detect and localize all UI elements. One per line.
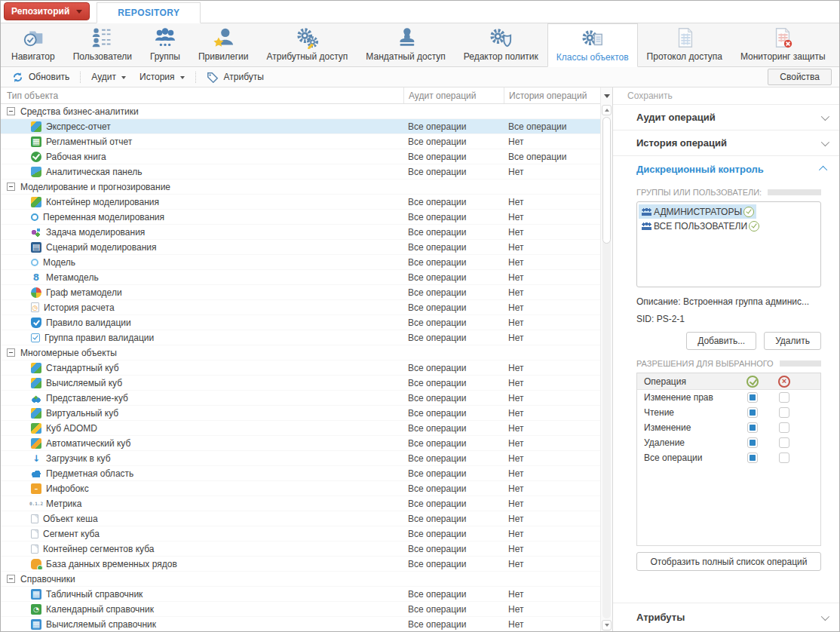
history-cell: Все операции — [504, 121, 600, 132]
scroll-up-button[interactable] — [602, 105, 612, 115]
tree-group-row[interactable]: Средства бизнес-аналитики — [1, 104, 600, 119]
table-row[interactable]: Регламентный отчетВсе операцииНет — [1, 134, 600, 149]
metric-icon — [31, 499, 41, 509]
audit-menu-button[interactable]: Аудит — [84, 69, 133, 84]
allowed-status-icon — [749, 221, 759, 232]
ribbon-item-navigator[interactable]: Навигатор — [2, 23, 64, 66]
table-row[interactable]: Предметная областьВсе операцииНет — [1, 466, 600, 481]
metamodel-icon — [31, 272, 41, 283]
attributes-button[interactable]: Атрибуты — [200, 69, 271, 85]
ribbon-item-privileges[interactable]: Привилегии — [189, 23, 258, 66]
table-row[interactable]: Автоматический кубВсе операцииНет — [1, 436, 600, 451]
triangle-up-icon — [605, 109, 609, 112]
table-row[interactable]: Куб ADOMDВсе операцииНет — [1, 421, 600, 436]
object-type-label: Куб ADOMD — [46, 423, 97, 434]
table-row[interactable]: Объект кешаВсе операцииНет — [1, 511, 600, 526]
section-history-operations[interactable]: История операций — [613, 130, 839, 156]
history-cell: Нет — [504, 137, 600, 147]
table-row[interactable]: Вычисляемый справочникВсе операцииНет — [1, 617, 600, 631]
ribbon-item-security-monitoring[interactable]: Мониторинг защиты — [731, 23, 835, 66]
ribbon-item-access-protocol[interactable]: Протокол доступа — [638, 23, 731, 66]
table-row[interactable]: Задача моделированияВсе операцииНет — [1, 225, 600, 240]
allow-checkbox[interactable] — [747, 453, 758, 463]
ribbon-item-object-classes[interactable]: Классы объектов — [547, 23, 638, 67]
refresh-button[interactable]: Обновить — [5, 69, 76, 85]
table-row[interactable]: Стандартный кубВсе операцииНет — [1, 360, 600, 376]
deny-checkbox[interactable] — [779, 422, 789, 433]
table-row[interactable]: Экспресс-отчетВсе операцииВсе операции — [1, 119, 600, 134]
history-menu-button[interactable]: История — [133, 69, 192, 84]
table-row[interactable]: Граф метамоделиВсе операцииНет — [1, 285, 600, 300]
table-row[interactable]: Табличный справочникВсе операцииНет — [1, 587, 600, 602]
metamodel-graph-icon — [31, 287, 41, 298]
allow-checkbox[interactable] — [747, 407, 758, 418]
allow-checkbox[interactable] — [747, 422, 758, 433]
chevron-down-icon — [121, 76, 126, 79]
section-attributes[interactable]: Атрибуты — [613, 603, 839, 631]
groups-users-label-row: ГРУППЫ ИЛИ ПОЛЬЗОВАТЕЛИ: — [636, 188, 821, 197]
table-row[interactable]: Виртуальный кубВсе операцииНет — [1, 406, 600, 421]
column-header-object-type[interactable]: Тип объекта — [1, 91, 403, 101]
table-row[interactable]: Группа правил валидацииВсе операцииНет — [1, 330, 600, 345]
table-row[interactable]: База данных временных рядовВсе операцииН… — [1, 557, 600, 572]
table-row[interactable]: ИнфобоксВсе операцииНет — [1, 481, 600, 496]
object-type-label: Регламентный отчет — [46, 137, 132, 147]
deny-checkbox[interactable] — [779, 453, 789, 463]
ribbon-item-attribute-access[interactable]: Атрибутный доступ — [258, 23, 357, 66]
ribbon-item-users[interactable]: Пользователи — [64, 23, 141, 66]
table-row[interactable]: История расчетаВсе операцииНет — [1, 300, 600, 315]
group-list-item[interactable]: АДМИНИСТРАТОРЫ — [639, 204, 756, 219]
tree-group-row[interactable]: Моделирование и прогнозирование — [1, 179, 600, 195]
table-row[interactable]: Переменная моделированияВсе операцииНет — [1, 210, 600, 225]
collapse-toggle[interactable] — [7, 183, 15, 191]
table-row[interactable]: МодельВсе операцииНет — [1, 255, 600, 270]
deny-checkbox[interactable] — [779, 437, 789, 448]
history-cell: Нет — [504, 287, 600, 298]
groups-users-listbox[interactable]: АДМИНИСТРАТОРЫВСЕ ПОЛЬЗОВАТЕЛИ — [636, 201, 821, 287]
remove-button[interactable]: Удалить — [764, 332, 821, 350]
group-list-item[interactable]: ВСЕ ПОЛЬЗОВАТЕЛИ — [639, 219, 762, 233]
table-row[interactable]: Рабочая книгаВсе операцииВсе операции — [1, 149, 600, 164]
table-row[interactable]: МетамодельВсе операцииНет — [1, 270, 600, 285]
table-row[interactable]: Контейнер моделированияВсе операцииНет — [1, 195, 600, 210]
collapse-toggle[interactable] — [7, 348, 15, 357]
section-discretionary-control[interactable]: Дискреционный контроль — [613, 156, 839, 182]
table-row[interactable]: Представление-кубВсе операцииНет — [1, 391, 600, 406]
table-row[interactable]: Сегмент кубаВсе операцииНет — [1, 526, 600, 541]
scroll-down-button[interactable] — [602, 620, 612, 630]
save-label[interactable]: Сохранить — [627, 91, 673, 101]
ribbon-item-service[interactable]: Сервис — [835, 23, 840, 66]
collapse-toggle[interactable] — [7, 107, 15, 115]
deny-checkbox[interactable] — [779, 407, 789, 418]
add-button[interactable]: Добавить... — [686, 332, 756, 350]
table-row[interactable]: Календарный справочникВсе операцииНет — [1, 602, 600, 617]
object-type-cell: Вычисляемый куб — [1, 378, 403, 388]
tab-repository[interactable]: REPOSITORY — [97, 2, 201, 23]
allow-checkbox[interactable] — [747, 392, 758, 403]
tree-group-row[interactable]: Справочники — [1, 572, 600, 587]
object-type-label: Контейнер моделирования — [46, 197, 159, 207]
allow-checkbox[interactable] — [747, 437, 758, 448]
ribbon-item-mandatory-access[interactable]: Мандатный доступ — [357, 23, 454, 66]
table-row[interactable]: Сценарий моделированияВсе операцииНет — [1, 240, 600, 255]
table-row[interactable]: Правило валидацииВсе операцииНет — [1, 315, 600, 330]
column-header-history[interactable]: История операций — [504, 87, 600, 103]
tree-group-row[interactable]: Многомерные объекты — [1, 345, 600, 360]
table-row[interactable]: Загрузчик в кубВсе операцииНет — [1, 451, 600, 466]
show-full-operations-button[interactable]: Отобразить полный список операций — [636, 552, 821, 571]
deny-checkbox[interactable] — [779, 392, 789, 403]
ribbon-item-policy-editor[interactable]: Редактор политик — [455, 23, 547, 66]
ribbon-item-groups[interactable]: Группы — [141, 23, 189, 66]
column-menu-button[interactable] — [601, 87, 612, 104]
properties-button[interactable]: Свойства — [768, 69, 832, 85]
table-row[interactable]: МетрикаВсе операцииНет — [1, 496, 600, 511]
table-row[interactable]: Вычисляемый кубВсе операцииНет — [1, 376, 600, 391]
section-audit-operations[interactable]: Аудит операций — [613, 105, 839, 130]
table-row[interactable]: Контейнер сегментов кубаВсе операцииНет — [1, 541, 600, 557]
repository-menu-button[interactable]: Репозиторий — [4, 2, 90, 20]
scrollbar-track[interactable] — [602, 117, 611, 618]
scrollbar-thumb[interactable] — [602, 117, 611, 244]
table-row[interactable]: Аналитическая панельВсе операцииНет — [1, 164, 600, 179]
column-header-audit[interactable]: Аудит операций — [403, 87, 504, 103]
collapse-toggle[interactable] — [7, 575, 15, 583]
